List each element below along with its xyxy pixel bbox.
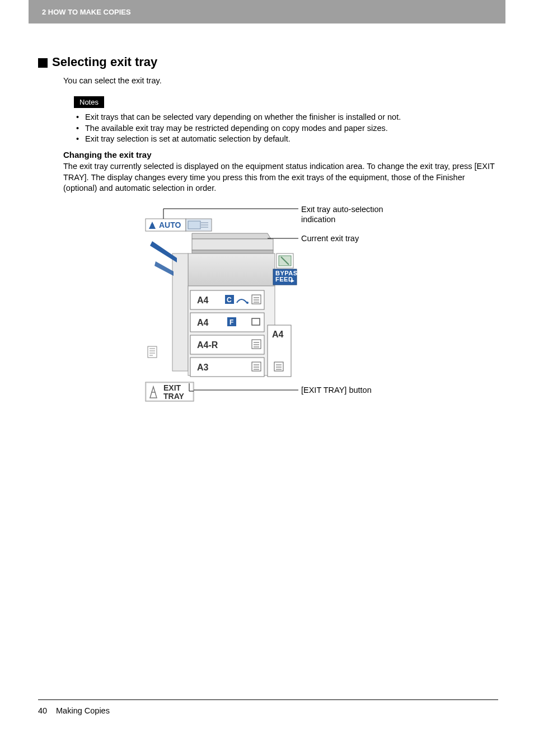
svg-text:A4: A4 xyxy=(197,295,209,305)
subsection-body: The exit tray currently selected is disp… xyxy=(63,161,500,194)
tray-row: A4 F xyxy=(190,313,264,332)
svg-marker-7 xyxy=(192,233,271,239)
svg-text:A4-R: A4-R xyxy=(197,340,218,350)
svg-text:F: F xyxy=(229,318,233,326)
svg-text:EXIT: EXIT xyxy=(163,383,181,392)
svg-rect-11 xyxy=(172,253,188,371)
note-item: •Exit tray selection is set at automatic… xyxy=(74,134,498,145)
svg-point-26 xyxy=(246,302,249,304)
heading-square-icon xyxy=(38,58,48,68)
note-item: •The available exit tray may be restrict… xyxy=(74,123,498,134)
svg-text:A4: A4 xyxy=(272,330,284,339)
bypass-feed-button[interactable]: BYPASS FEED xyxy=(273,253,302,285)
svg-text:AUTO: AUTO xyxy=(159,220,181,229)
exit-tray-button[interactable]: EXIT TRAY xyxy=(146,382,194,401)
tray-row: A4 C xyxy=(190,290,264,309)
auto-indicator: AUTO xyxy=(146,219,212,231)
side-tray: A4 xyxy=(268,325,291,377)
callout-current: Current exit tray xyxy=(301,234,359,243)
svg-marker-13 xyxy=(154,261,174,276)
svg-rect-9 xyxy=(192,250,273,253)
footer: 40 Making Copies xyxy=(38,706,110,715)
tray-row: A4-R xyxy=(190,335,264,354)
chapter-header: 2 HOW TO MAKE COPIES xyxy=(29,0,505,24)
subsection-title: Changing the exit tray xyxy=(63,150,152,159)
diagram: AUTO xyxy=(144,206,391,410)
svg-marker-12 xyxy=(150,241,177,262)
footer-rule xyxy=(38,699,498,700)
svg-rect-3 xyxy=(188,221,200,229)
document-icon xyxy=(148,346,157,358)
chapter-title: 2 HOW TO MAKE COPIES xyxy=(42,8,131,16)
section-intro: You can select the exit tray. xyxy=(63,76,162,85)
footer-title: Making Copies xyxy=(56,706,110,715)
svg-text:A3: A3 xyxy=(197,363,209,372)
callout-exit-button: [EXIT TRAY] button xyxy=(301,386,372,395)
svg-text:FEED: FEED xyxy=(275,276,293,283)
note-item: •Exit trays that can be selected vary de… xyxy=(74,112,498,123)
svg-rect-8 xyxy=(192,239,273,250)
svg-text:C: C xyxy=(227,296,232,304)
svg-text:A4: A4 xyxy=(197,318,209,327)
page-number: 40 xyxy=(38,706,54,715)
callout-auto: Exit tray auto-selection xyxy=(301,206,383,214)
section-heading: Selecting exit tray xyxy=(38,55,157,69)
tray-row: A3 xyxy=(190,358,264,377)
svg-text:TRAY: TRAY xyxy=(163,392,184,401)
callout-auto-2: indication xyxy=(301,215,335,224)
section-title: Selecting exit tray xyxy=(52,55,157,69)
notes-label: Notes xyxy=(74,96,104,108)
svg-rect-10 xyxy=(188,253,275,286)
notes-list: •Exit trays that can be selected vary de… xyxy=(74,112,498,145)
svg-rect-54 xyxy=(148,346,157,358)
